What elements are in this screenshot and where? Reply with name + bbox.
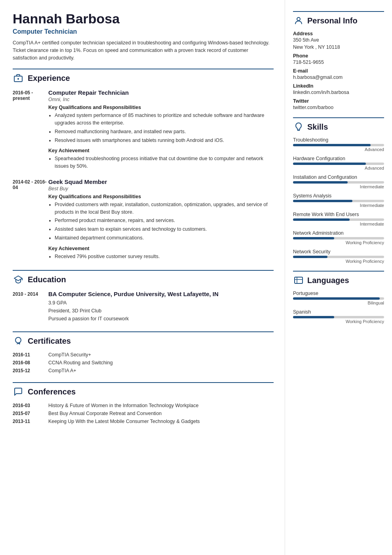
- skill-bar-bg-4: [293, 218, 384, 221]
- skill-item-4: Remote Work With End Users Intermediate: [293, 212, 384, 226]
- experience-icon: [13, 73, 24, 84]
- exp-achievement-bullets-1: Spearheaded troubleshooting process init…: [48, 155, 274, 170]
- exp-company-2: Best Buy: [48, 186, 274, 191]
- exp-achievement-bullets-2: Received 79% positive customer survey re…: [48, 253, 274, 260]
- skills-icon: [293, 121, 304, 132]
- skill-item-2: Installation and Configuration Intermedi…: [293, 174, 384, 189]
- skill-item-5: Network Administration Working Proficien…: [293, 230, 384, 245]
- skills-section: Skills Troubleshooting Advanced Hardware…: [293, 117, 384, 264]
- certificates-header: Certificates: [13, 331, 274, 346]
- skills-title: Skills: [307, 122, 328, 132]
- skill-level-4: Intermediate: [293, 222, 384, 226]
- edu-detail-0-0: 3.9 GPA: [48, 299, 274, 307]
- skill-item-1: Hardware Configuration Advanced: [293, 156, 384, 170]
- resume-container: Hannah Barbosa Computer Technician CompT…: [0, 0, 392, 555]
- skill-bar-bg-2: [293, 181, 384, 184]
- skill-bar-fill-4: [293, 218, 350, 221]
- exp-bullet-1-0: Analyzed system performance of 85 machin…: [55, 112, 274, 127]
- right-column: Personal Info Address 350 5th Ave New Yo…: [285, 0, 392, 555]
- conf-entry-0: 2016-03 History & Future of Women in the…: [13, 403, 274, 408]
- personal-info-title: Personal Info: [307, 16, 358, 25]
- candidate-name: Hannah Barbosa: [13, 11, 274, 27]
- address-label: Address: [293, 31, 384, 36]
- cert-date-1: 2016-08: [13, 360, 48, 366]
- education-icon: [13, 274, 24, 285]
- certificates-section: Certificates 2016-11 CompTIA Security+ 2…: [13, 331, 274, 373]
- exp-content-2: Geek Squad Member Best Buy Key Qualifica…: [48, 178, 274, 262]
- svg-point-5: [297, 17, 300, 21]
- twitter-label: Twitter: [293, 98, 384, 104]
- personal-info-header: Personal Info: [293, 11, 384, 26]
- personal-info-icon: [293, 15, 304, 26]
- lang-name-0: Portuguese: [293, 291, 384, 296]
- conf-name-2: Keeping Up With the Latest Mobile Consum…: [48, 419, 274, 424]
- skill-level-1: Advanced: [293, 166, 384, 170]
- skill-bar-bg-1: [293, 163, 384, 165]
- skill-bar-fill-5: [293, 237, 334, 239]
- conferences-header: Conferences: [13, 382, 274, 397]
- left-column: Hannah Barbosa Computer Technician CompT…: [0, 0, 285, 555]
- education-entry-0: 2010 - 2014 BA Computer Science, Purdue …: [13, 291, 274, 323]
- certificates-title: Certificates: [28, 337, 71, 346]
- education-title: Education: [28, 275, 66, 284]
- exp-bullet-2-2: Assisted sales team to explain services …: [55, 226, 274, 233]
- phone-label: Phone: [293, 53, 384, 59]
- experience-header: Experience: [13, 69, 274, 84]
- lang-bar-bg-1: [293, 316, 384, 318]
- header: Hannah Barbosa Computer Technician CompT…: [13, 11, 274, 61]
- conf-entry-2: 2013-11 Keeping Up With the Latest Mobil…: [13, 419, 274, 424]
- phone-value: 718-521-9655: [293, 59, 384, 65]
- cert-entry-2: 2015-12 CompTIA A+: [13, 368, 274, 373]
- exp-date-2: 2014-02 - 2016-04: [13, 178, 48, 262]
- skill-name-6: Network Security: [293, 249, 384, 255]
- edu-degree-0: BA Computer Science, Purdue University, …: [48, 291, 274, 297]
- address-line1: 350 5th Ave: [293, 37, 384, 43]
- skill-bar-fill-0: [293, 144, 371, 146]
- cert-date-0: 2016-11: [13, 352, 48, 358]
- languages-icon: [293, 275, 304, 286]
- conf-name-1: Best Buy Annual Corporate Retreat and Co…: [48, 411, 274, 416]
- lang-item-1: Spanish Working Proficiency: [293, 309, 384, 324]
- skills-header: Skills: [293, 117, 384, 132]
- skill-item-3: Systems Analysis Intermediate: [293, 193, 384, 208]
- cert-entry-0: 2016-11 CompTIA Security+: [13, 352, 274, 358]
- conf-entry-1: 2015-07 Best Buy Annual Corporate Retrea…: [13, 411, 274, 416]
- exp-bullet-2-3: Maintained department communications.: [55, 234, 274, 242]
- edu-content-0: BA Computer Science, Purdue University, …: [48, 291, 274, 323]
- address-line2: New York , NY 10118: [293, 44, 384, 50]
- skill-bar-bg-6: [293, 256, 384, 258]
- education-section: Education 2010 - 2014 BA Computer Scienc…: [13, 270, 274, 323]
- skill-item-6: Network Security Working Proficiency: [293, 249, 384, 264]
- lang-bar-bg-0: [293, 297, 384, 300]
- skill-level-0: Advanced: [293, 147, 384, 152]
- edu-detail-0-1: President, 3D Print Club: [48, 307, 274, 315]
- exp-job-title-2: Geek Squad Member: [48, 178, 274, 185]
- experience-section: Experience 2016-05 - present Computer Re…: [13, 69, 274, 261]
- skill-name-1: Hardware Configuration: [293, 156, 384, 161]
- skill-name-0: Troubleshooting: [293, 137, 384, 143]
- skill-bar-bg-3: [293, 200, 384, 202]
- exp-bullet-2-0: Provided customers with repair, installa…: [55, 201, 274, 216]
- lang-bar-fill-1: [293, 316, 334, 318]
- conferences-title: Conferences: [28, 387, 76, 396]
- conf-date-1: 2015-07: [13, 411, 48, 416]
- skill-bar-bg-5: [293, 237, 384, 239]
- cert-name-0: CompTIA Security+: [48, 352, 91, 358]
- skill-level-6: Working Proficiency: [293, 259, 384, 264]
- svg-rect-8: [295, 277, 303, 283]
- candidate-summary: CompTIA A+ certified computer technician…: [13, 39, 274, 61]
- exp-qual-header-1: Key Qualifications and Responsibilities: [48, 105, 274, 110]
- skill-name-5: Network Administration: [293, 230, 384, 236]
- certificates-icon: [13, 335, 24, 346]
- twitter-value: twitter.com/barboo: [293, 105, 384, 110]
- experience-entry-2: 2014-02 - 2016-04 Geek Squad Member Best…: [13, 178, 274, 262]
- skill-bar-fill-1: [293, 163, 366, 165]
- skill-name-2: Installation and Configuration: [293, 174, 384, 180]
- cert-entry-1: 2016-08 CCNA Routing and Switching: [13, 360, 274, 366]
- exp-achievement-1-0: Spearheaded troubleshooting process init…: [55, 155, 274, 170]
- lang-level-1: Working Proficiency: [293, 319, 384, 324]
- linkedin-label: LinkedIn: [293, 83, 384, 89]
- exp-bullets-2: Provided customers with repair, installa…: [48, 201, 274, 242]
- skill-name-4: Remote Work With End Users: [293, 212, 384, 217]
- skill-item-0: Troubleshooting Advanced: [293, 137, 384, 152]
